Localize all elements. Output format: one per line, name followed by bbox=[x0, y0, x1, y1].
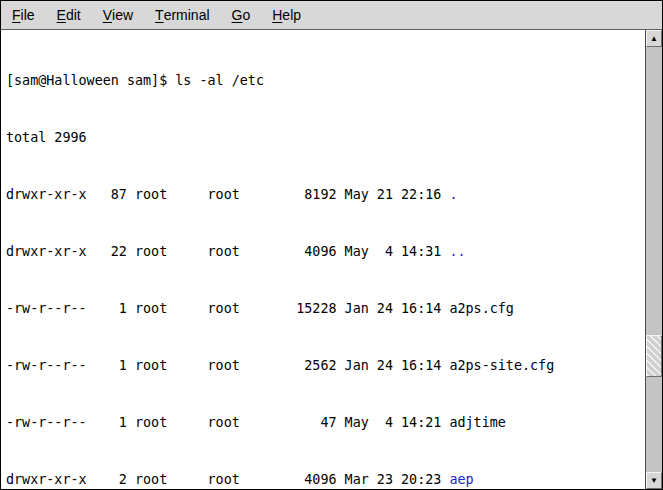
scroll-up-button[interactable]: ▲ bbox=[646, 30, 662, 47]
menubar: File Edit View Terminal Go Help bbox=[1, 1, 662, 30]
file-name: a2ps-site.cfg bbox=[449, 358, 554, 373]
menu-file-label: F bbox=[12, 7, 21, 23]
menu-view[interactable]: View bbox=[92, 1, 144, 29]
scroll-up-icon: ▲ bbox=[650, 35, 658, 43]
window-content: [sam@Halloween sam]$ ls -al /etc total 2… bbox=[1, 30, 662, 489]
file-name: .. bbox=[449, 244, 465, 259]
menu-terminal-label: T bbox=[155, 7, 164, 23]
scroll-down-icon: ▼ bbox=[650, 477, 658, 485]
terminal-line: drwxr-xr-x 22 root root 4096 May 4 14:31… bbox=[6, 242, 645, 261]
file-name: a2ps.cfg bbox=[449, 301, 514, 316]
terminal-line: drwxr-xr-x 2 root root 4096 Mar 23 20:23… bbox=[6, 470, 645, 489]
terminal-screen[interactable]: [sam@Halloween sam]$ ls -al /etc total 2… bbox=[1, 30, 645, 489]
file-name: aep bbox=[449, 472, 473, 487]
file-name: . bbox=[449, 187, 457, 202]
menu-file[interactable]: File bbox=[1, 1, 46, 29]
scrollbar-track[interactable] bbox=[646, 47, 662, 472]
menu-go-label: G bbox=[232, 7, 243, 23]
menu-view-label: V bbox=[103, 7, 112, 23]
terminal-total-line: total 2996 bbox=[6, 128, 645, 147]
menu-go[interactable]: Go bbox=[221, 1, 262, 29]
terminal-prompt-line: [sam@Halloween sam]$ ls -al /etc bbox=[6, 71, 645, 90]
terminal-window: File Edit View Terminal Go Help [sam@Hal… bbox=[0, 0, 663, 490]
menu-edit[interactable]: Edit bbox=[46, 1, 92, 29]
scrollbar-thumb[interactable] bbox=[646, 335, 662, 377]
scrollbar: ▲ ▼ bbox=[645, 30, 662, 489]
terminal-line: -rw-r--r-- 1 root root 2562 Jan 24 16:14… bbox=[6, 356, 645, 375]
menu-help-label: H bbox=[272, 7, 282, 23]
menu-help[interactable]: Help bbox=[261, 1, 312, 29]
menu-terminal[interactable]: Terminal bbox=[144, 1, 220, 29]
terminal-line: drwxr-xr-x 87 root root 8192 May 21 22:1… bbox=[6, 185, 645, 204]
terminal-line: -rw-r--r-- 1 root root 47 May 4 14:21 ad… bbox=[6, 413, 645, 432]
menu-edit-label: E bbox=[57, 7, 66, 23]
scroll-down-button[interactable]: ▼ bbox=[646, 472, 662, 489]
file-name: adjtime bbox=[449, 415, 505, 430]
terminal-line: -rw-r--r-- 1 root root 15228 Jan 24 16:1… bbox=[6, 299, 645, 318]
